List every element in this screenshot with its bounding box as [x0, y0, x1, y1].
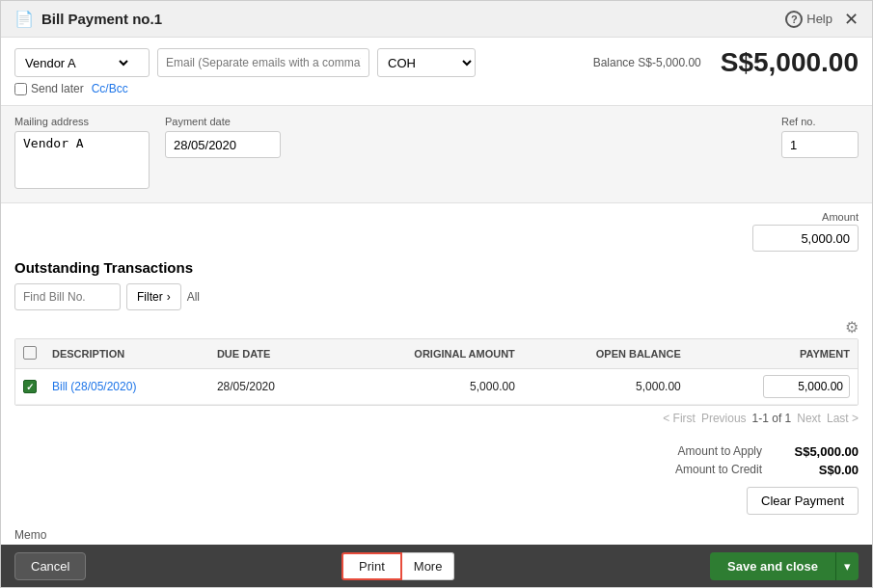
filter-button[interactable]: Filter ›	[126, 283, 181, 310]
summary-section: Amount to Apply S$5,000.00 Amount to Cre…	[1, 437, 872, 522]
all-label: All	[187, 290, 200, 304]
row-payment	[689, 369, 858, 405]
mailing-address-label: Mailing address	[14, 116, 150, 127]
close-button[interactable]: ✕	[844, 11, 859, 28]
transactions-table: DESCRIPTION DUE DATE ORIGINAL AMOUNT OPE…	[15, 339, 858, 405]
footer-right: Save and close ▾	[710, 552, 859, 580]
mailing-address-group: Mailing address Vendor A	[14, 116, 150, 189]
row-checkbox-cell	[15, 369, 44, 405]
amount-large: S$5,000.00	[721, 47, 859, 78]
modal-footer: Cancel Print More Save and close ▾	[1, 545, 872, 587]
col-payment: PAYMENT	[689, 339, 858, 369]
header-checkbox-cell	[15, 339, 44, 369]
filter-row: Filter › All	[14, 283, 859, 310]
outstanding-section: Outstanding Transactions Filter › All ⚙	[1, 255, 872, 437]
find-bill-input[interactable]	[14, 283, 121, 310]
chevron-right-icon: ›	[167, 290, 171, 304]
amount-input[interactable]	[752, 225, 859, 252]
ref-no-group: Ref no.	[781, 116, 859, 158]
amount-col: Amount	[752, 211, 859, 252]
send-later-wrap: Send later	[14, 82, 84, 95]
amount-to-apply-row: Amount to Apply S$5,000.00	[637, 444, 859, 459]
gear-button[interactable]: ⚙	[845, 318, 859, 336]
amount-label: Amount	[822, 211, 859, 223]
header-checkbox[interactable]	[23, 346, 37, 360]
fields-row: Mailing address Vendor A Payment date Re…	[14, 116, 859, 189]
account-select[interactable]: COH	[378, 49, 475, 76]
save-close-button[interactable]: Save and close	[710, 552, 835, 580]
help-icon: ?	[785, 11, 803, 28]
cc-bcc-link[interactable]: Cc/Bcc	[92, 82, 128, 95]
amount-to-credit-value: S$0.00	[781, 463, 859, 477]
payment-date-label: Payment date	[165, 116, 281, 127]
email-input[interactable]	[157, 48, 369, 77]
pagination-row: < First Previous 1-1 of 1 Next Last >	[14, 406, 859, 429]
col-due-date: DUE DATE	[209, 339, 331, 369]
bill-payment-modal: 📄 Bill Payment no.1 ? Help ✕ Vendor A	[0, 0, 873, 588]
send-later-checkbox[interactable]	[14, 83, 27, 95]
pagination-next: Next	[797, 412, 821, 425]
row-open-balance: 5,000.00	[523, 369, 689, 405]
col-open-balance: OPEN BALANCE	[523, 339, 689, 369]
modal-title: Bill Payment no.1	[41, 11, 162, 27]
payment-input[interactable]	[763, 375, 850, 398]
vendor-select[interactable]: Vendor A	[15, 49, 131, 76]
outstanding-title: Outstanding Transactions	[14, 259, 859, 276]
form-row-vendor: Vendor A COH Balance S$-5,000.00 S$5,000…	[14, 47, 859, 78]
save-close-arrow-button[interactable]: ▾	[835, 552, 859, 580]
modal-header: 📄 Bill Payment no.1 ? Help ✕	[1, 1, 872, 38]
footer-center: Print More	[341, 552, 454, 580]
pagination-last: Last >	[827, 412, 859, 425]
memo-section: Memo	[1, 522, 872, 545]
account-select-wrap[interactable]: COH	[377, 48, 476, 77]
table-row: Bill (28/05/2020) 28/05/2020 5,000.00 5,…	[15, 369, 858, 405]
amount-to-credit-row: Amount to Credit S$0.00	[637, 463, 859, 477]
col-original-amount: ORIGINAL AMOUNT	[331, 339, 523, 369]
pagination-first: < First	[663, 412, 696, 425]
clear-payment-button[interactable]: Clear Payment	[747, 487, 859, 515]
amount-to-apply-value: S$5,000.00	[781, 444, 859, 459]
row-checkbox[interactable]	[23, 380, 37, 393]
row-original-amount: 5,000.00	[331, 369, 523, 405]
transactions-table-wrap: DESCRIPTION DUE DATE ORIGINAL AMOUNT OPE…	[14, 338, 859, 406]
pagination-range: 1-1 of 1	[752, 412, 792, 425]
vendor-select-wrap[interactable]: Vendor A	[14, 48, 150, 77]
cancel-button[interactable]: Cancel	[14, 552, 86, 580]
amount-to-apply-label: Amount to Apply	[637, 444, 762, 459]
amount-row: Amount	[1, 203, 872, 255]
ref-no-label: Ref no.	[781, 116, 859, 127]
bill-link[interactable]: Bill (28/05/2020)	[52, 380, 136, 393]
print-button[interactable]: Print	[341, 552, 402, 580]
gear-row: ⚙	[14, 318, 859, 336]
form-row-send: Send later Cc/Bcc	[14, 82, 859, 95]
header-left: 📄 Bill Payment no.1	[14, 10, 162, 28]
help-button[interactable]: ? Help	[785, 11, 832, 28]
row-due-date: 28/05/2020	[209, 369, 331, 405]
header-right: ? Help ✕	[785, 11, 859, 28]
payment-date-input[interactable]	[165, 131, 281, 158]
col-description: DESCRIPTION	[44, 339, 209, 369]
footer-left: Cancel	[14, 552, 86, 580]
balance-label: Balance S$-5,000.00	[593, 56, 701, 69]
bill-icon: 📄	[14, 10, 34, 28]
table-header-row: DESCRIPTION DUE DATE ORIGINAL AMOUNT OPE…	[15, 339, 858, 369]
modal-body: Vendor A COH Balance S$-5,000.00 S$5,000…	[1, 38, 872, 545]
memo-label: Memo	[14, 528, 859, 542]
ref-no-input[interactable]	[781, 131, 859, 158]
more-button[interactable]: More	[402, 552, 455, 580]
row-description: Bill (28/05/2020)	[44, 369, 209, 405]
pagination-previous: Previous	[701, 412, 747, 425]
gray-section: Mailing address Vendor A Payment date Re…	[1, 105, 872, 203]
amount-to-credit-label: Amount to Credit	[637, 463, 762, 477]
mailing-address-textarea[interactable]: Vendor A	[14, 131, 150, 189]
send-later-label: Send later	[31, 82, 84, 95]
payment-date-group: Payment date	[165, 116, 281, 158]
form-section: Vendor A COH Balance S$-5,000.00 S$5,000…	[1, 38, 872, 105]
